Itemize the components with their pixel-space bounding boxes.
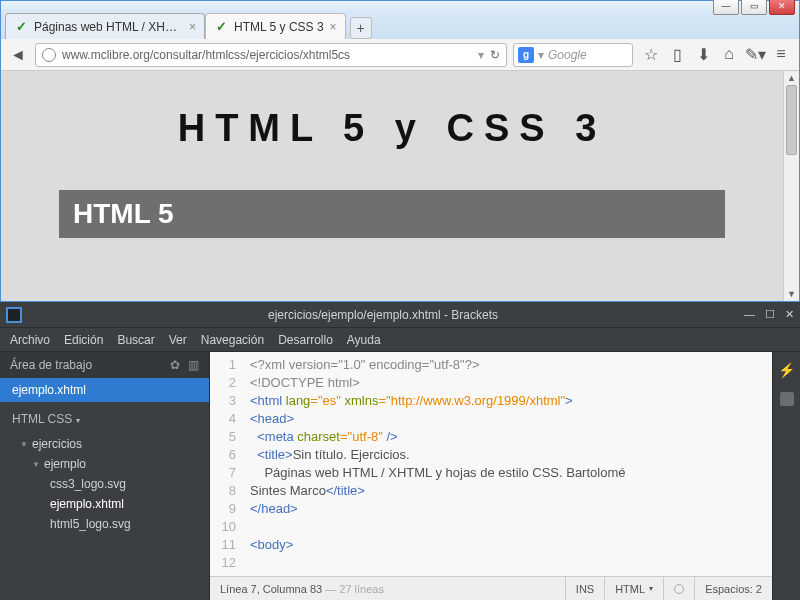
- file-tree: ▼ejercicios ▼ejemplo css3_logo.svg ejemp…: [0, 432, 209, 542]
- tab-close-icon[interactable]: ×: [189, 20, 196, 34]
- folder-ejemplo[interactable]: ▼ejemplo: [6, 454, 209, 474]
- scroll-up-icon[interactable]: ▲: [784, 71, 799, 85]
- indent-mode[interactable]: Espacios: 2: [694, 577, 772, 600]
- reload-icon[interactable]: ↻: [490, 48, 500, 62]
- menu-archivo[interactable]: Archivo: [10, 333, 50, 347]
- file-item[interactable]: css3_logo.svg: [6, 474, 209, 494]
- editor-title: ejercicios/ejemplo/ejemplo.xhtml - Brack…: [30, 308, 736, 322]
- line-gutter: 123456789101112: [210, 352, 244, 576]
- menu-edicion[interactable]: Edición: [64, 333, 103, 347]
- globe-icon: [42, 48, 56, 62]
- folder-ejercicios[interactable]: ▼ejercicios: [6, 434, 209, 454]
- tab-strip: ✓ Páginas web HTML / XHT… × ✓ HTML 5 y C…: [1, 11, 799, 39]
- close-button[interactable]: ✕: [769, 0, 795, 15]
- file-item[interactable]: ejemplo.xhtml: [6, 494, 209, 514]
- cursor-position: Línea 7, Columna 83 — 27 líneas: [210, 583, 565, 595]
- maximize-button[interactable]: ▭: [741, 0, 767, 15]
- editor-close-button[interactable]: ✕: [785, 308, 794, 321]
- page-viewport: HTML 5 y CSS 3 HTML 5 ▲ ▼: [1, 71, 799, 301]
- new-tab-button[interactable]: +: [350, 17, 372, 39]
- open-file[interactable]: ejemplo.xhtml: [0, 378, 209, 402]
- code-content[interactable]: <?xml version="1.0" encoding="utf-8"?> <…: [244, 352, 772, 576]
- right-toolbar: ⚡: [772, 352, 800, 600]
- gear-icon[interactable]: ✿: [170, 358, 180, 372]
- tab-close-icon[interactable]: ×: [330, 20, 337, 34]
- live-preview-icon[interactable]: ⚡: [778, 362, 795, 378]
- search-placeholder: Google: [548, 48, 587, 62]
- page-heading: HTML 5 y CSS 3: [1, 71, 783, 176]
- favicon-icon: ✓: [14, 20, 28, 34]
- download-icon[interactable]: ⬇: [695, 45, 711, 64]
- file-item[interactable]: html5_logo.svg: [6, 514, 209, 534]
- status-bar: Línea 7, Columna 83 — 27 líneas INS HTML…: [210, 576, 772, 600]
- url-text: www.mclibre.org/consultar/htmlcss/ejerci…: [62, 48, 350, 62]
- code-editor[interactable]: 123456789101112 <?xml version="1.0" enco…: [210, 352, 772, 576]
- sidebar: Área de trabajo ✿ ▥ ejemplo.xhtml HTML C…: [0, 352, 210, 600]
- menu-buscar[interactable]: Buscar: [117, 333, 154, 347]
- menu-icon[interactable]: ≡: [773, 45, 789, 64]
- scroll-down-icon[interactable]: ▼: [784, 287, 799, 301]
- favicon-icon: ✓: [214, 20, 228, 34]
- insert-mode[interactable]: INS: [565, 577, 604, 600]
- back-button[interactable]: ◄: [7, 44, 29, 66]
- menu-navegacion[interactable]: Navegación: [201, 333, 264, 347]
- editor-main: 123456789101112 <?xml version="1.0" enco…: [210, 352, 772, 600]
- scroll-thumb[interactable]: [786, 85, 797, 155]
- tab-label: HTML 5 y CSS 3: [234, 20, 324, 34]
- brackets-logo-icon: [6, 307, 22, 323]
- editor-window: ejercicios/ejemplo/ejemplo.xhtml - Brack…: [0, 302, 800, 600]
- home-icon[interactable]: ⌂: [721, 45, 737, 64]
- workspace-label: Área de trabajo: [10, 358, 92, 372]
- project-header[interactable]: HTML CSS ▾: [0, 402, 209, 432]
- url-input[interactable]: www.mclibre.org/consultar/htmlcss/ejerci…: [35, 43, 507, 67]
- language-mode[interactable]: HTML ▾: [604, 577, 663, 600]
- menu-ver[interactable]: Ver: [169, 333, 187, 347]
- menu-bar: Archivo Edición Buscar Ver Navegación De…: [0, 328, 800, 352]
- nav-bar: ◄ www.mclibre.org/consultar/htmlcss/ejer…: [1, 39, 799, 71]
- editor-minimize-button[interactable]: —: [744, 308, 755, 321]
- workspace-header: Área de trabajo ✿ ▥: [0, 352, 209, 378]
- circle-icon: [674, 584, 684, 594]
- tab-inactive[interactable]: ✓ Páginas web HTML / XHT… ×: [5, 13, 205, 39]
- menu-ayuda[interactable]: Ayuda: [347, 333, 381, 347]
- dropdown-icon[interactable]: ▾: [478, 48, 484, 62]
- editor-maximize-button[interactable]: ☐: [765, 308, 775, 321]
- scrollbar[interactable]: ▲ ▼: [783, 71, 799, 301]
- search-dropdown-icon[interactable]: ▾: [538, 48, 544, 62]
- minimize-button[interactable]: —: [713, 0, 739, 15]
- split-icon[interactable]: ▥: [188, 358, 199, 372]
- section-heading: HTML 5: [59, 190, 725, 238]
- bookmark-icon[interactable]: ☆: [643, 45, 659, 64]
- browser-titlebar: — ▭ ✕: [1, 1, 799, 11]
- tab-active[interactable]: ✓ HTML 5 y CSS 3 ×: [205, 13, 346, 39]
- menu-desarrollo[interactable]: Desarrollo: [278, 333, 333, 347]
- tab-label: Páginas web HTML / XHT…: [34, 20, 183, 34]
- extensions-icon[interactable]: [780, 392, 794, 406]
- dev-icon[interactable]: ✎▾: [747, 45, 763, 64]
- reader-icon[interactable]: ▯: [669, 45, 685, 64]
- search-input[interactable]: g ▾ Google: [513, 43, 633, 67]
- editor-titlebar: ejercicios/ejemplo/ejemplo.xhtml - Brack…: [0, 302, 800, 328]
- lint-status[interactable]: [663, 577, 694, 600]
- browser-window: — ▭ ✕ ✓ Páginas web HTML / XHT… × ✓ HTML…: [0, 0, 800, 302]
- google-icon: g: [518, 47, 534, 63]
- toolbar-icons: ☆ ▯ ⬇ ⌂ ✎▾ ≡: [639, 45, 793, 64]
